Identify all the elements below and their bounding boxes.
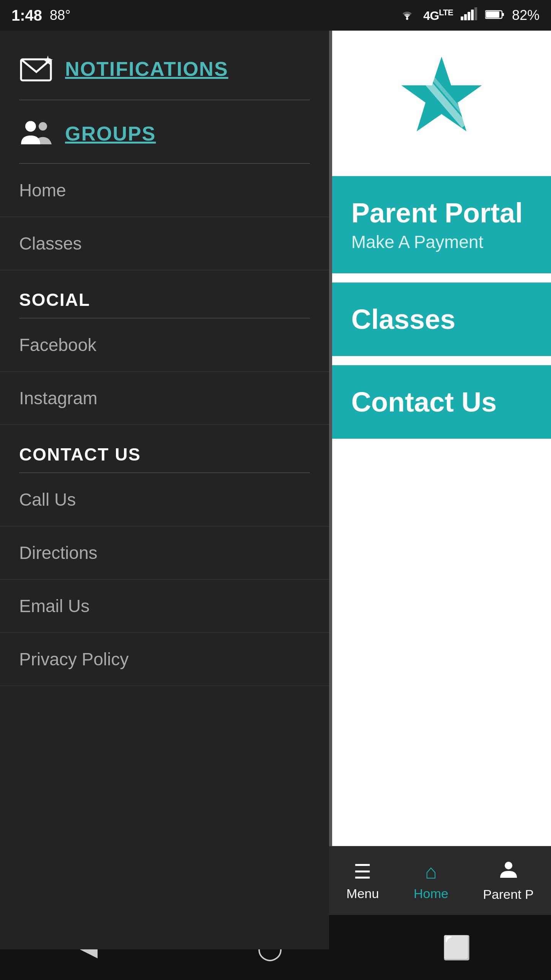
- contact-us-title: Contact Us: [351, 386, 532, 418]
- parent-portal-nav-label: Parent P: [483, 887, 533, 902]
- svg-rect-8: [486, 11, 499, 18]
- svg-rect-3: [468, 12, 470, 20]
- home-icon: ⌂: [425, 860, 437, 883]
- wifi-icon: [399, 7, 416, 23]
- parent-portal-icon: [499, 859, 518, 884]
- groups-icon: [19, 119, 54, 148]
- bottom-nav-parent-portal[interactable]: Parent P: [483, 859, 533, 902]
- sidebar-item-privacy-policy[interactable]: Privacy Policy: [0, 633, 329, 686]
- svg-rect-1: [461, 16, 463, 20]
- menu-label: Menu: [346, 886, 379, 901]
- notifications-item[interactable]: NOTIFICATIONS: [0, 31, 329, 100]
- signal-icon: [461, 7, 478, 23]
- main-layout: NOTIFICATIONS GROUPS Home Classes: [0, 31, 551, 949]
- app-logo: [388, 49, 495, 158]
- status-right-icons: 4GLTE 82%: [399, 7, 540, 23]
- sidebar-item-facebook[interactable]: Facebook: [0, 318, 329, 372]
- battery-percent: 82%: [512, 7, 540, 23]
- home-label: Home: [414, 886, 448, 901]
- sidebar-item-instagram[interactable]: Instagram: [0, 372, 329, 425]
- recents-button[interactable]: ⬜: [442, 934, 471, 961]
- sidebar-item-classes[interactable]: Classes: [0, 217, 329, 270]
- svg-rect-4: [471, 10, 474, 20]
- status-bar: 1:48 88° 4GLTE: [0, 0, 551, 31]
- parent-portal-title: Parent Portal: [351, 197, 532, 229]
- sidebar-item-home[interactable]: Home: [0, 164, 329, 217]
- sidebar-item-email-us[interactable]: Email Us: [0, 580, 329, 633]
- groups-label: GROUPS: [65, 122, 156, 145]
- contact-us-button[interactable]: Contact Us: [332, 365, 551, 439]
- groups-item[interactable]: GROUPS: [0, 100, 329, 163]
- sidebar-item-call-us[interactable]: Call Us: [0, 473, 329, 526]
- sidebar-item-directions[interactable]: Directions: [0, 526, 329, 580]
- status-time: 1:48: [11, 7, 42, 24]
- notifications-icon: [19, 54, 54, 84]
- bottom-nav-menu[interactable]: ☰ Menu: [346, 860, 379, 901]
- status-temperature: 88°: [50, 7, 70, 23]
- notifications-label: NOTIFICATIONS: [65, 57, 228, 80]
- svg-rect-5: [474, 7, 477, 20]
- svg-rect-7: [502, 13, 504, 16]
- svg-point-0: [406, 18, 408, 20]
- svg-point-11: [25, 121, 36, 132]
- parent-portal-button[interactable]: Parent Portal Make A Payment: [332, 176, 551, 273]
- bottom-nav-home[interactable]: ⌂ Home: [414, 860, 448, 901]
- panel-divider: [329, 31, 332, 949]
- network-icon: 4GLTE: [423, 8, 453, 23]
- contact-section-header: CONTACT US: [0, 425, 329, 472]
- logo-area: [332, 31, 551, 176]
- classes-title: Classes: [351, 304, 532, 335]
- content-panel: Parent Portal Make A Payment Classes Con…: [332, 31, 551, 949]
- bottom-navigation: ☰ Menu ⌂ Home Parent P: [329, 846, 551, 915]
- svg-point-12: [39, 122, 47, 131]
- classes-button[interactable]: Classes: [332, 283, 551, 356]
- sidebar: NOTIFICATIONS GROUPS Home Classes: [0, 31, 329, 949]
- social-section-header: SOCIAL: [0, 270, 329, 318]
- parent-portal-subtitle: Make A Payment: [351, 232, 532, 252]
- menu-icon: ☰: [354, 860, 372, 883]
- svg-rect-2: [464, 14, 467, 20]
- svg-point-16: [505, 862, 512, 869]
- battery-icon: [485, 8, 504, 23]
